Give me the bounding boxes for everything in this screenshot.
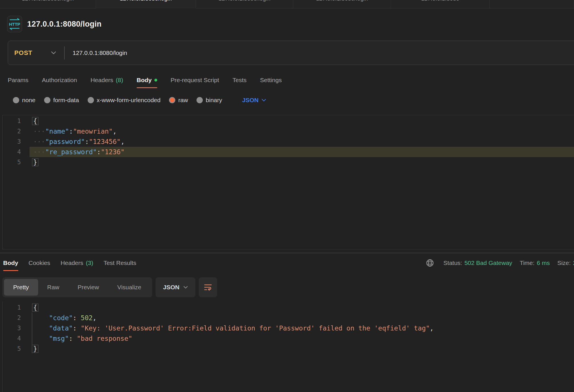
- tab-label: Tests: [233, 77, 247, 84]
- radio-icon: [88, 97, 94, 103]
- window-tab[interactable]: [490, 0, 574, 9]
- line-number: 3: [3, 138, 21, 145]
- code-line[interactable]: 5}: [3, 157, 574, 167]
- body-mode-form-data[interactable]: form-data: [44, 97, 79, 104]
- size-badge[interactable]: Size: 2: [557, 260, 574, 266]
- token-punct: :: [97, 148, 101, 156]
- line-content: ···"name":"meowrian",: [30, 126, 574, 136]
- window-tab[interactable]: 127.0.0.1:8080: [391, 0, 490, 9]
- view-mode-raw[interactable]: Raw: [38, 279, 68, 296]
- view-mode-preview[interactable]: Preview: [68, 279, 108, 296]
- token-str: "meowrian": [73, 128, 113, 135]
- token-punct: :: [85, 138, 89, 145]
- window-tab-label: 127.0.0.1:8080/login: [120, 0, 172, 2]
- token-punct: :: [69, 335, 77, 342]
- view-mode-pretty[interactable]: Pretty: [4, 279, 38, 296]
- line-content: "code": 502,: [30, 313, 574, 323]
- status-badge[interactable]: Status: 502 Bad Gateway: [443, 260, 512, 266]
- code-line[interactable]: 3"data": "Key: 'User.Password' Error:Fie…: [3, 323, 574, 333]
- code-line[interactable]: 2···"name":"meowrian",: [3, 126, 574, 136]
- request-body-editor[interactable]: 1{2···"name":"meowrian",3···"password":"…: [2, 115, 574, 250]
- request-tab-body[interactable]: Body: [137, 72, 157, 89]
- window-tab-label: 127.0.0.1:8080/login: [219, 0, 270, 2]
- request-tab-authorization[interactable]: Authorization: [42, 72, 77, 89]
- globe-icon[interactable]: [426, 259, 434, 267]
- line-number: 4: [3, 335, 21, 342]
- http-method-icon: HTTP: [7, 16, 22, 32]
- token-str: "1236": [101, 148, 125, 156]
- request-tab-params[interactable]: Params: [8, 72, 28, 89]
- window-tab[interactable]: 127.0.0.1:8080/login: [96, 0, 196, 9]
- request-tab-headers[interactable]: Headers(8): [91, 72, 123, 89]
- request-tab-pre-request-script[interactable]: Pre-request Script: [171, 72, 219, 89]
- code-line[interactable]: 2"code": 502,: [3, 313, 574, 323]
- body-mode-raw[interactable]: raw: [169, 97, 188, 104]
- response-tab-headers[interactable]: Headers(3): [60, 254, 93, 272]
- tab-label: Headers: [91, 77, 113, 84]
- token-punct: :: [73, 314, 81, 322]
- method-selector[interactable]: POST: [8, 49, 51, 57]
- line-number: 5: [3, 345, 21, 352]
- url-input[interactable]: 127.0.0.1:8080/login: [65, 50, 127, 56]
- window-tab[interactable]: 127.0.0.1:8080/login: [293, 0, 391, 9]
- window-tab[interactable]: 127.0.0.1:8080/login: [0, 0, 96, 9]
- response-format-dropdown[interactable]: JSON: [156, 277, 195, 297]
- whitespace-dots: ···: [33, 138, 45, 145]
- tab-label: Pre-request Script: [171, 77, 219, 84]
- code-line[interactable]: 1{: [3, 116, 574, 126]
- token-punct: :: [69, 128, 73, 135]
- line-number: 2: [3, 314, 21, 321]
- body-mode-none[interactable]: none: [13, 97, 36, 104]
- line-number: 4: [3, 149, 21, 155]
- response-tab-cookies[interactable]: Cookies: [29, 254, 50, 272]
- code-line[interactable]: 1{: [3, 302, 574, 313]
- time-badge[interactable]: Time: 6 ms: [520, 260, 550, 266]
- code-line[interactable]: 5}: [3, 344, 574, 354]
- postman-window: 127.0.0.1:8080/login127.0.0.1:8080/login…: [0, 0, 574, 392]
- token-punct: ,: [93, 314, 97, 322]
- view-mode-visualize[interactable]: Visualize: [108, 279, 151, 296]
- token-key: "name": [45, 128, 69, 135]
- line-number: 5: [3, 159, 21, 166]
- response-tab-test-results[interactable]: Test Results: [103, 254, 136, 272]
- line-content: }: [30, 344, 574, 354]
- code-line[interactable]: 4"msg": "bad response": [3, 333, 574, 344]
- body-mode-binary[interactable]: binary: [196, 97, 222, 104]
- code-line[interactable]: 3···"password":"123456",: [3, 136, 574, 147]
- response-toolbar: PrettyRawPreviewVisualize JSON: [2, 277, 217, 297]
- line-number: 2: [3, 128, 21, 135]
- token-key: "code": [49, 314, 73, 322]
- window-tab-label: 127.0.0.1:8080/login: [316, 0, 368, 2]
- response-meta: Status: 502 Bad Gateway Time: 6 ms Size:…: [426, 253, 574, 273]
- line-content: ···"password":"123456",: [30, 136, 574, 147]
- radio-icon: [169, 97, 175, 103]
- window-tab-label: 127.0.0.1:8080: [421, 0, 459, 2]
- token-punct: ,: [113, 128, 117, 135]
- tab-label: Cookies: [29, 260, 50, 266]
- radio-icon: [44, 97, 50, 103]
- unsaved-dot-icon: [154, 79, 157, 82]
- line-content: "data": "Key: 'User.Password' Error:Fiel…: [30, 323, 574, 333]
- request-tab-tests[interactable]: Tests: [233, 72, 247, 89]
- tab-count: (8): [116, 77, 123, 84]
- raw-format-dropdown[interactable]: JSON: [242, 97, 266, 104]
- line-number: 3: [3, 325, 21, 332]
- radio-icon: [196, 97, 203, 103]
- token-key: "re_password": [45, 148, 97, 156]
- body-mode-x-www-form-urlencoded[interactable]: x-www-form-urlencoded: [88, 97, 161, 104]
- view-mode-switcher: PrettyRawPreviewVisualize: [2, 277, 152, 297]
- chevron-down-icon[interactable]: [51, 51, 56, 55]
- request-tab-settings[interactable]: Settings: [260, 72, 282, 89]
- tab-label: Headers: [60, 260, 83, 266]
- response-tab-body[interactable]: Body: [3, 254, 18, 272]
- window-tab[interactable]: 127.0.0.1:8080/login: [196, 0, 293, 9]
- line-content: {: [30, 116, 574, 126]
- tab-label: Settings: [260, 77, 282, 84]
- code-line[interactable]: 4···"re_password":"1236": [3, 147, 574, 157]
- wrap-text-button[interactable]: [199, 277, 217, 297]
- line-number: 1: [3, 118, 21, 124]
- token-key: "password": [45, 138, 85, 145]
- whitespace-dots: ···: [33, 128, 45, 135]
- response-body-editor[interactable]: 1{2"code": 502,3"data": "Key: 'User.Pass…: [2, 302, 574, 392]
- request-title: 127.0.0.1:8080/login: [27, 20, 102, 29]
